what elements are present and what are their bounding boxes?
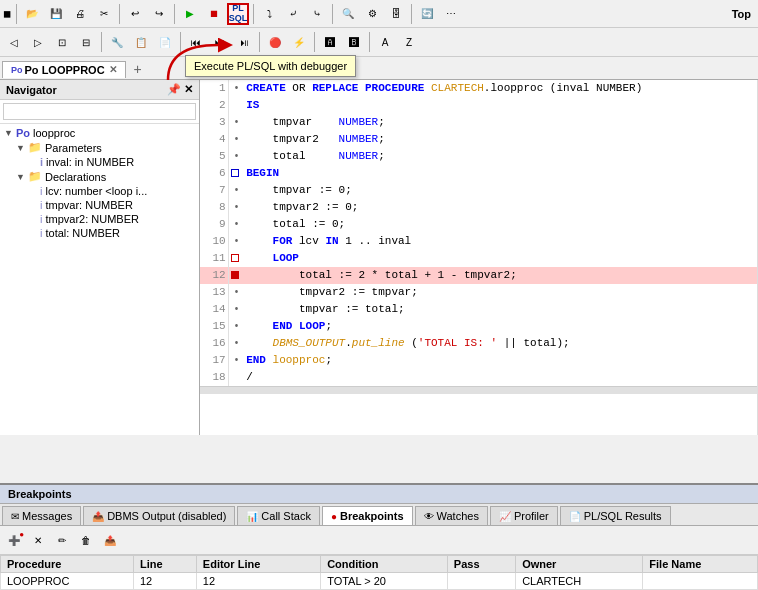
tab-add-btn[interactable]: +: [128, 59, 148, 79]
line-code-9: total := 0;: [244, 216, 756, 233]
bp-toolbar-add[interactable]: ➕ ●: [3, 529, 25, 551]
bottom-panel: Breakpoints ✉ Messages 📤 DBMS Output (di…: [0, 483, 758, 590]
toolbar-btn-run[interactable]: ▶: [179, 3, 201, 25]
table-row: 5 • total NUMBER;: [200, 148, 757, 165]
bp-line: 12: [133, 573, 196, 590]
toolbar-btn-step-over[interactable]: ⤵: [258, 3, 280, 25]
bp-toolbar-clear[interactable]: 🗑: [75, 529, 97, 551]
toolbar2-btn-15[interactable]: A: [374, 31, 396, 53]
bp-toolbar-remove[interactable]: ✕: [27, 529, 49, 551]
toolbar-btn-refresh[interactable]: 🔄: [416, 3, 438, 25]
table-row: 16 • DBMS_OUTPUT.put_line ('TOTAL IS: ' …: [200, 335, 757, 352]
tree-item-lcv[interactable]: i lcv: number <loop i...: [0, 184, 199, 198]
toolbar-btn-compile[interactable]: ⚙: [361, 3, 383, 25]
bottom-panel-header: Breakpoints: [0, 485, 758, 504]
po-icon: Po: [16, 127, 30, 139]
nav-close-icon[interactable]: ✕: [184, 83, 193, 96]
tab-loopproc[interactable]: Po Po LOOPPROC ✕: [2, 61, 126, 78]
line-num-18: 18: [200, 369, 228, 386]
toolbar2-btn-6[interactable]: 📋: [130, 31, 152, 53]
tab-loopproc-close[interactable]: ✕: [109, 64, 117, 75]
table-row: 1 • CREATE OR REPLACE PROCEDURE CLARTECH…: [200, 80, 757, 97]
table-row: 17 • END loopproc;: [200, 352, 757, 369]
navigator-title: Navigator: [6, 84, 57, 96]
nav-pin-icon[interactable]: 📌: [167, 83, 181, 96]
bp-condition: TOTAL > 20: [321, 573, 448, 590]
col-procedure: Procedure: [1, 556, 134, 573]
toolbar2-btn-1[interactable]: ◁: [3, 31, 25, 53]
toolbar-btn-undo[interactable]: ↩: [124, 3, 146, 25]
toolbar2-btn-16[interactable]: Z: [398, 31, 420, 53]
toolbar2-btn-5[interactable]: 🔧: [106, 31, 128, 53]
toolbar2-btn-3[interactable]: ⊡: [51, 31, 73, 53]
line-num-1: 1: [200, 80, 228, 97]
code-editor[interactable]: 1 • CREATE OR REPLACE PROCEDURE CLARTECH…: [200, 80, 758, 435]
navigator-search: [0, 100, 199, 124]
tooltip-text: Execute PL/SQL with debugger: [194, 60, 347, 72]
toolbar-btn-stop[interactable]: ⏹: [203, 3, 225, 25]
tab-watches[interactable]: 👁 Watches: [415, 506, 488, 525]
line-num-9: 9: [200, 216, 228, 233]
line-marker-8: •: [228, 199, 244, 216]
toolbar2-btn-10[interactable]: ⏯: [233, 31, 255, 53]
folder-decl-icon: 📁: [28, 170, 42, 183]
toolbar-btn-find[interactable]: 🔍: [337, 3, 359, 25]
toolbar2-btn-9[interactable]: ⏭: [209, 31, 231, 53]
toolbar2-btn-2[interactable]: ▷: [27, 31, 49, 53]
line-marker-14: •: [228, 301, 244, 318]
line-num-12: 12: [200, 267, 228, 284]
toolbar-btn-more[interactable]: ⋯: [440, 3, 462, 25]
line-marker-3: •: [228, 114, 244, 131]
line-num-4: 4: [200, 131, 228, 148]
tab-messages-label: Messages: [22, 510, 72, 522]
tree-item-total[interactable]: i total: NUMBER: [0, 226, 199, 240]
toolbar-btn-redo[interactable]: ↪: [148, 3, 170, 25]
var-tmpvar-icon: i: [40, 199, 42, 211]
watches-icon: 👁: [424, 511, 434, 522]
navigator-search-input[interactable]: [3, 103, 196, 120]
toolbar-sep-3: [253, 4, 254, 24]
toolbar-btn-print[interactable]: 🖨: [69, 3, 91, 25]
toolbar-btn-db[interactable]: 🗄: [385, 3, 407, 25]
plsql-debug-btn[interactable]: PL SQL: [227, 3, 249, 25]
bp-editor-line: 12: [196, 573, 320, 590]
tab-call-stack[interactable]: 📊 Call Stack: [237, 506, 320, 525]
toolbar2-btn-14[interactable]: 🅱: [343, 31, 365, 53]
tab-breakpoints[interactable]: ● Breakpoints: [322, 506, 413, 525]
tab-profiler[interactable]: 📈 Profiler: [490, 506, 558, 525]
toolbar-btn-cut[interactable]: ✂: [93, 3, 115, 25]
toolbar-btn-step-into[interactable]: ⤶: [282, 3, 304, 25]
toolbar2-btn-8[interactable]: ⏮: [185, 31, 207, 53]
tree-item-parameters[interactable]: ▼ 📁 Parameters: [0, 140, 199, 155]
navigator-header: Navigator 📌 ✕: [0, 80, 199, 100]
toolbar2-btn-13[interactable]: 🅰: [319, 31, 341, 53]
line-code-1: CREATE OR REPLACE PROCEDURE CLARTECH.loo…: [244, 80, 756, 97]
tree-item-tmpvar2[interactable]: i tmpvar2: NUMBER: [0, 212, 199, 226]
toolbar-btn-step-out[interactable]: ⤷: [306, 3, 328, 25]
navigator-tree: ▼ Po loopproc ▼ 📁 Parameters i inval: i: [0, 124, 199, 435]
bp-owner: CLARTECH: [516, 573, 643, 590]
toolbar2-btn-11[interactable]: 🔴: [264, 31, 286, 53]
tab-messages[interactable]: ✉ Messages: [2, 506, 81, 525]
bp-red-dot-icon: ●: [19, 530, 24, 539]
table-row: 12 total := 2 * total + 1 - tmpvar2;: [200, 267, 757, 284]
bp-toolbar-export[interactable]: 📤: [99, 529, 121, 551]
breakpoints-icon: ●: [331, 511, 337, 522]
toolbar-sep-5: [411, 4, 412, 24]
tree-item-loopproc[interactable]: ▼ Po loopproc: [0, 126, 199, 140]
horizontal-scrollbar[interactable]: [200, 386, 757, 394]
toolbar2-btn-7[interactable]: 📄: [154, 31, 176, 53]
bp-toolbar-edit[interactable]: ✏: [51, 529, 73, 551]
toolbar2-btn-12[interactable]: ⚡: [288, 31, 310, 53]
toolbar-btn-open[interactable]: 📂: [21, 3, 43, 25]
tree-item-inval[interactable]: i inval: in NUMBER: [0, 155, 199, 169]
tree-item-tmpvar[interactable]: i tmpvar: NUMBER: [0, 198, 199, 212]
toolbar-btn-save[interactable]: 💾: [45, 3, 67, 25]
line-marker-17: •: [228, 352, 244, 369]
toolbar2-btn-4[interactable]: ⊟: [75, 31, 97, 53]
line-num-13: 13: [200, 284, 228, 301]
tab-dbms-output[interactable]: 📤 DBMS Output (disabled): [83, 506, 235, 525]
tree-item-loopproc-label: loopproc: [33, 127, 75, 139]
tree-item-declarations[interactable]: ▼ 📁 Declarations: [0, 169, 199, 184]
tab-plsql-results[interactable]: 📄 PL/SQL Results: [560, 506, 671, 525]
